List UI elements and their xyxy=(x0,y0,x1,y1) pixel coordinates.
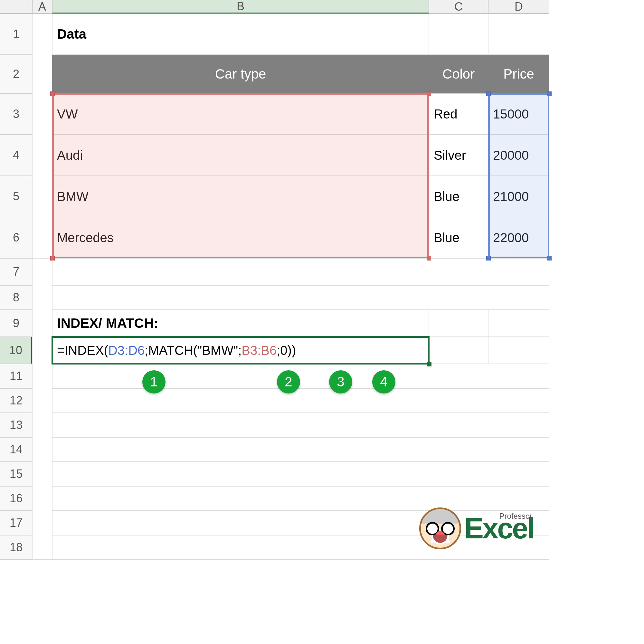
cell-B12[interactable] xyxy=(52,388,549,413)
cell-B10[interactable]: =INDEX(D3:D6;MATCH("BMW";B3:B6;0)) xyxy=(52,337,429,364)
cell-B4[interactable]: Audi xyxy=(52,135,429,176)
cell-B7[interactable] xyxy=(52,258,549,285)
row-header-1[interactable]: 1 xyxy=(0,14,32,55)
row-header-11[interactable]: 11 xyxy=(0,364,32,388)
logo-small-text: Professor xyxy=(499,512,533,521)
ref-D3D6: D3:D6 xyxy=(108,343,145,357)
cell-B2[interactable]: Car type xyxy=(52,55,429,93)
cell-B13[interactable] xyxy=(52,413,549,437)
col-header-B[interactable]: B xyxy=(52,0,429,14)
range-handle[interactable] xyxy=(50,91,55,96)
cell-D2[interactable]: Price xyxy=(488,55,549,93)
cell-B9[interactable]: INDEX/ MATCH: xyxy=(52,310,429,337)
row-header-3[interactable]: 3 xyxy=(0,93,32,135)
range-handle[interactable] xyxy=(486,256,491,260)
cell-C6[interactable]: Blue xyxy=(429,217,488,258)
cell-A7[interactable] xyxy=(32,258,52,560)
row-header-6[interactable]: 6 xyxy=(0,217,32,258)
cell-D5[interactable]: 21000 xyxy=(488,176,549,217)
row-header-15[interactable]: 15 xyxy=(0,462,32,486)
row-header-16[interactable]: 16 xyxy=(0,486,32,511)
cell-B8[interactable] xyxy=(52,285,549,310)
row-header-17[interactable]: 17 xyxy=(0,511,32,535)
row-header-9[interactable]: 9 xyxy=(0,310,32,337)
row-header-14[interactable]: 14 xyxy=(0,437,32,462)
annotation-badge-3: 3 xyxy=(329,370,352,393)
ref-B3B6: B3:B6 xyxy=(241,343,277,357)
cell-C3[interactable]: Red xyxy=(429,93,488,135)
cell-B14[interactable] xyxy=(52,437,549,462)
cell-C10[interactable] xyxy=(429,337,488,364)
logo-face-icon xyxy=(419,507,461,549)
cell-D3[interactable]: 15000 xyxy=(488,93,549,135)
cell-D4[interactable]: 20000 xyxy=(488,135,549,176)
annotation-badge-2: 2 xyxy=(277,370,300,393)
cell-C9[interactable] xyxy=(429,310,488,337)
range-handle[interactable] xyxy=(427,256,431,260)
cell-B6[interactable]: Mercedes xyxy=(52,217,429,258)
cell-B1[interactable]: Data xyxy=(52,14,429,55)
row-header-10[interactable]: 10 xyxy=(0,337,32,364)
row-header-8[interactable]: 8 xyxy=(0,285,32,310)
cell-D1[interactable] xyxy=(488,14,549,55)
range-handle[interactable] xyxy=(547,91,552,96)
fill-handle[interactable] xyxy=(427,362,431,366)
cell-D9[interactable] xyxy=(488,310,549,337)
row-header-4[interactable]: 4 xyxy=(0,135,32,176)
cell-B5[interactable]: BMW xyxy=(52,176,429,217)
row-header-7[interactable]: 7 xyxy=(0,258,32,285)
cell-D10[interactable] xyxy=(488,337,549,364)
range-handle[interactable] xyxy=(427,91,431,96)
professor-excel-logo: Professor Excel xyxy=(419,507,534,549)
cell-C5[interactable]: Blue xyxy=(429,176,488,217)
row-header-13[interactable]: 13 xyxy=(0,413,32,437)
cell-B15[interactable] xyxy=(52,462,549,486)
row-header-18[interactable]: 18 xyxy=(0,535,32,560)
row-header-2[interactable]: 2 xyxy=(0,55,32,93)
range-handle[interactable] xyxy=(547,256,552,260)
cell-C4[interactable]: Silver xyxy=(429,135,488,176)
annotation-badge-4: 4 xyxy=(372,370,395,393)
row-header-12[interactable]: 12 xyxy=(0,388,32,413)
cell-B16[interactable] xyxy=(52,486,549,511)
cell-C1[interactable] xyxy=(429,14,488,55)
annotation-badge-1: 1 xyxy=(142,370,166,393)
formula-text: =INDEX(D3:D6;MATCH("BMW";B3:B6;0)) xyxy=(57,343,296,358)
range-handle[interactable] xyxy=(486,91,491,96)
select-all-corner[interactable] xyxy=(0,0,32,14)
cell-A1[interactable] xyxy=(32,14,52,258)
row-header-5[interactable]: 5 xyxy=(0,176,32,217)
col-header-A[interactable]: A xyxy=(32,0,52,14)
cell-B3[interactable]: VW xyxy=(52,93,429,135)
cell-C2[interactable]: Color xyxy=(429,55,488,93)
cell-B11[interactable] xyxy=(52,364,549,388)
col-header-D[interactable]: D xyxy=(488,0,549,14)
range-handle[interactable] xyxy=(50,256,55,260)
col-header-C[interactable]: C xyxy=(429,0,488,14)
cell-D6[interactable]: 22000 xyxy=(488,217,549,258)
